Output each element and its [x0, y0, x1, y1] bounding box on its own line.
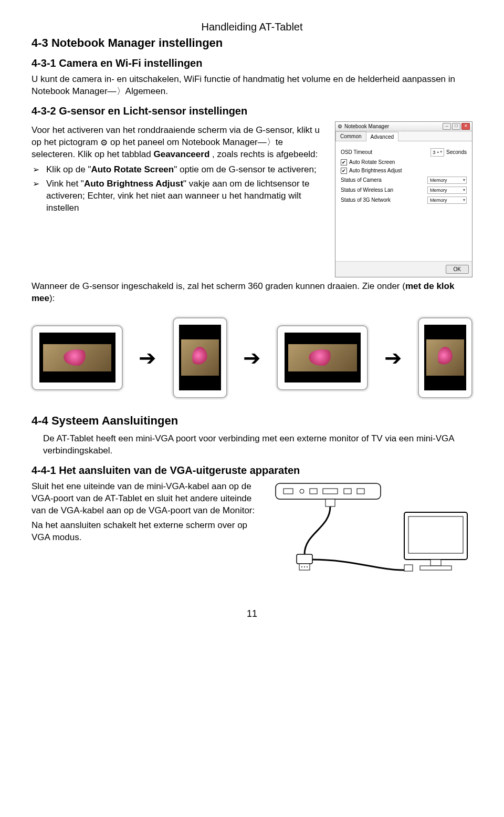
- photo-placeholder-icon: [43, 344, 112, 371]
- spinner-arrows-icon: ▲▼: [436, 151, 443, 153]
- svg-rect-15: [430, 560, 441, 566]
- auto-rotate-checkbox-row[interactable]: ✔ Auto Rotate Screen: [341, 159, 467, 166]
- svg-rect-17: [404, 565, 413, 571]
- svg-point-11: [304, 566, 305, 567]
- osd-timeout-spinner[interactable]: 3 ▲▼: [430, 148, 444, 157]
- section-4-3-2-paragraph-2: Wanneer de G-sensor ingeschakeld is, zal…: [32, 281, 472, 305]
- svg-point-12: [307, 566, 308, 567]
- b1-b: " optie om de G-sensor te activeren;: [174, 164, 317, 174]
- svg-rect-0: [276, 483, 381, 499]
- status-3g-label: Status of 3G Network: [341, 197, 427, 203]
- b2-a: Vink het ": [46, 179, 84, 189]
- section-4-3-title: 4-3 Notebook Manager instellingen: [32, 36, 472, 50]
- p432b-a: Wanneer de G-sensor ingeschakeld is, zal…: [32, 281, 405, 291]
- section-4-4-title: 4-4 Systeem Aansluitingen: [32, 414, 472, 428]
- page-number: 11: [32, 608, 472, 619]
- osd-timeout-value: 3: [433, 150, 435, 155]
- section-4-3-2-paragraph-1: Voor het activeren van het ronddraaiende…: [32, 125, 326, 161]
- section-4-4-1-paragraph-1: Sluit het ene uiteinde van de mini-VGA-k…: [32, 481, 262, 517]
- auto-rotate-label: Auto Rotate Screen: [349, 159, 395, 165]
- minimize-button[interactable]: –: [443, 123, 451, 130]
- auto-brightness-term: Auto Brightness Adjust: [84, 179, 183, 189]
- svg-point-10: [301, 566, 302, 567]
- section-4-4-1-paragraph-2: Na het aansluiten schakelt het externe s…: [32, 520, 262, 544]
- auto-brightness-label: Auto Brightness Adjust: [349, 168, 402, 173]
- section-4-4-paragraph: De AT-Tablet heeft een mini-VGA poort vo…: [32, 433, 472, 457]
- section-4-3-1-title: 4-3-1 Camera en Wi-Fi instellingen: [32, 57, 472, 69]
- arrow-right-icon: ➔: [384, 347, 402, 368]
- photo-placeholder-icon: [181, 339, 219, 376]
- svg-rect-16: [420, 566, 452, 570]
- bullet-auto-brightness: Vink het "Auto Brightness Adjust" vakje …: [32, 178, 326, 214]
- photo-placeholder-icon: [288, 344, 357, 371]
- b1-a: Klik op de ": [46, 164, 91, 174]
- tablet-portrait-2: [418, 317, 472, 398]
- bullet-auto-rotate: Klik op de "Auto Rotate Screen" optie om…: [32, 164, 326, 176]
- close-button[interactable]: ✕: [461, 123, 470, 130]
- nm-tabs: Common Advanced: [335, 131, 472, 141]
- tab-advanced[interactable]: Advanced: [366, 132, 398, 141]
- svg-rect-8: [297, 554, 312, 564]
- section-4-4-1-title: 4-4-1 Het aansluiten van de VGA-uitgerus…: [32, 464, 472, 477]
- osd-timeout-unit: Seconds: [446, 149, 467, 155]
- gear-icon: ⚙: [100, 137, 108, 149]
- vga-connection-diagram: [273, 481, 472, 591]
- tablet-landscape-1: [32, 325, 123, 390]
- nm-title-text: Notebook Manager: [344, 123, 389, 129]
- rotation-diagram: ➔ ➔ ➔: [32, 317, 472, 398]
- status-camera-label: Status of Camera: [341, 177, 427, 183]
- arrow-right-icon: ➔: [243, 347, 261, 368]
- maximize-button[interactable]: □: [452, 123, 460, 130]
- ok-button[interactable]: OK: [446, 265, 469, 274]
- auto-rotate-term: Auto Rotate Screen: [91, 164, 174, 174]
- svg-rect-14: [408, 516, 463, 553]
- nm-app-icon: ⚙: [338, 123, 342, 129]
- nm-titlebar: ⚙ Notebook Manager – □ ✕: [335, 122, 472, 131]
- photo-placeholder-icon: [426, 339, 464, 376]
- osd-timeout-label: OSD Timeout: [341, 149, 430, 155]
- notebook-manager-window: ⚙ Notebook Manager – □ ✕ Common Advanced…: [335, 121, 472, 277]
- tablet-portrait-1: [173, 317, 227, 398]
- status-wlan-select[interactable]: Memory: [427, 187, 467, 194]
- status-wlan-label: Status of Wireless Lan: [341, 187, 427, 193]
- auto-brightness-checkbox-row[interactable]: ✔ Auto Brightness Adjust: [341, 168, 467, 174]
- checkbox-checked-icon: ✔: [341, 159, 347, 166]
- p432-part-c: , zoals rechts is afgebeeld:: [212, 149, 318, 159]
- p432b-b: ):: [49, 293, 55, 303]
- page-header: Handleiding AT-Tablet: [32, 21, 472, 33]
- tab-common[interactable]: Common: [335, 131, 366, 141]
- svg-rect-7: [326, 499, 335, 506]
- tablet-landscape-2: [277, 325, 368, 390]
- section-4-3-1-paragraph: U kunt de camera in- en uitschakelen, Wi…: [32, 74, 472, 98]
- checkbox-checked-icon: ✔: [341, 168, 347, 174]
- status-camera-select[interactable]: Memory: [427, 177, 467, 184]
- geavanceerd-term: Geavanceerd: [153, 149, 209, 159]
- status-3g-select[interactable]: Memory: [427, 197, 467, 204]
- section-4-3-2-title: 4-3-2 G-sensor en Licht-sensor instellin…: [32, 105, 472, 117]
- arrow-right-icon: ➔: [139, 347, 156, 368]
